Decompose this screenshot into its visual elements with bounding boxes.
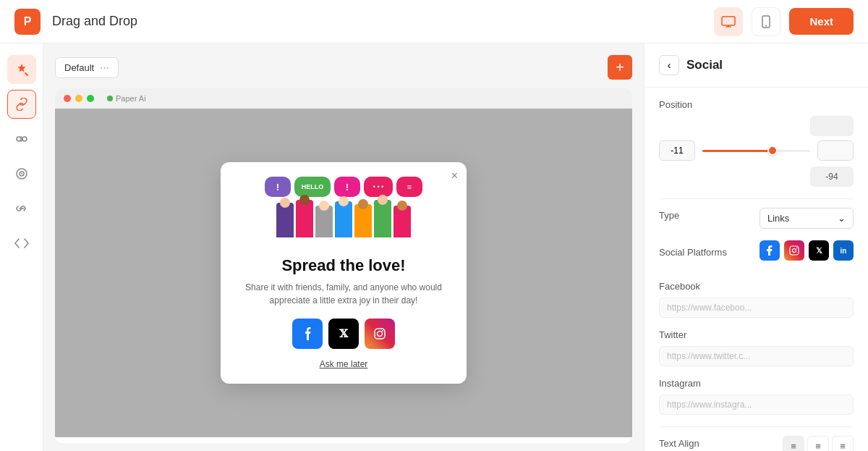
svg-point-13 — [793, 249, 796, 253]
x-slider-row: -11 — [659, 140, 854, 161]
type-row: Type Links ⌄ — [659, 208, 854, 229]
ig-plat-icon — [789, 245, 799, 256]
link-icon — [15, 98, 28, 111]
twitter-label: Twitter — [659, 329, 854, 340]
position-section: Position -11 -94 — [659, 99, 854, 187]
browser-dot-green — [87, 95, 94, 102]
type-value: Links — [767, 213, 789, 224]
modal-subtitle: Share it with friends, family, and anyon… — [238, 281, 449, 307]
svg-point-11 — [382, 330, 383, 332]
facebook-share-btn[interactable] — [292, 319, 323, 349]
canvas-toolbar: Default ⋯ + — [55, 55, 632, 80]
browser-mockup: Paper Ai × ! HELLO ! — [55, 88, 632, 443]
browser-dot-yellow — [75, 95, 82, 102]
panel-header: ‹ Social — [644, 43, 868, 88]
type-chevron-icon: ⌄ — [838, 213, 846, 224]
facebook-label: Facebook — [659, 281, 854, 292]
facebook-url-section: Facebook https://www.faceboo... — [659, 281, 854, 318]
monitor-icon — [721, 16, 736, 28]
instagram-url-input[interactable]: https://www.instagra... — [659, 395, 854, 415]
svg-line-3 — [25, 73, 27, 75]
align-left-btn[interactable]: ≡ — [783, 436, 804, 451]
svg-rect-9 — [375, 329, 385, 339]
sidebar-item-link[interactable] — [7, 90, 36, 119]
chain-icon — [15, 202, 28, 215]
position-top-box — [810, 116, 854, 136]
browser-dot-red — [64, 95, 71, 102]
svg-point-2 — [765, 25, 767, 26]
add-button[interactable]: + — [608, 55, 632, 80]
svg-rect-12 — [790, 246, 799, 255]
svg-point-10 — [378, 332, 383, 337]
bubble-5: ≡ — [396, 177, 422, 197]
ask-later-link[interactable]: Ask me later — [238, 359, 449, 369]
left-sidebar — [0, 43, 43, 451]
panel-title: Social — [686, 58, 723, 72]
type-select[interactable]: Links ⌄ — [760, 208, 854, 229]
people-illustration — [276, 200, 411, 237]
facebook-url-input[interactable]: https://www.faceboo... — [659, 298, 854, 318]
desktop-device-btn[interactable] — [714, 7, 743, 36]
default-label: Default — [64, 62, 94, 73]
svg-point-8 — [21, 173, 22, 174]
header: P Drag and Drop Next — [0, 0, 868, 43]
platform-linkedin[interactable]: in — [833, 240, 854, 261]
bubble-1: ! — [265, 177, 291, 197]
sidebar-item-code[interactable] — [7, 229, 36, 258]
default-badge[interactable]: Default ⋯ — [55, 57, 119, 78]
sidebar-item-effects[interactable] — [7, 125, 36, 153]
align-buttons: ≡ ≡ ≡ — [783, 436, 854, 451]
platform-instagram[interactable] — [784, 240, 804, 261]
ellipsis-icon[interactable]: ⋯ — [100, 62, 109, 73]
sidebar-item-chain[interactable] — [7, 194, 36, 223]
x-slider-fill — [702, 150, 773, 152]
twitter-share-btn[interactable]: 𝕏 — [328, 319, 359, 349]
header-right: Next — [714, 7, 854, 36]
fb-plat-icon — [767, 245, 773, 256]
modal-illustration: ! HELLO ! • • • ≡ — [221, 162, 467, 245]
x-value-input[interactable]: -11 — [659, 140, 695, 161]
mobile-device-btn[interactable] — [752, 7, 780, 36]
magic-icon — [14, 62, 29, 77]
instagram-label: Instagram — [659, 378, 854, 389]
platform-twitter[interactable]: 𝕏 — [809, 240, 829, 261]
next-button[interactable]: Next — [789, 8, 854, 35]
browser-url: Paper Ai — [107, 94, 146, 103]
code-icon — [14, 238, 29, 248]
sidebar-item-media[interactable] — [7, 159, 36, 188]
platforms-row: Social Platforms — [659, 240, 854, 269]
logo: P — [14, 9, 41, 35]
position-label: Position — [659, 99, 854, 110]
panel-back-button[interactable]: ‹ — [659, 55, 679, 75]
svg-point-14 — [796, 248, 798, 249]
align-center-btn[interactable]: ≡ — [807, 436, 829, 451]
bubble-4: • • • — [364, 177, 393, 197]
x-label: 𝕏 — [339, 327, 348, 340]
modal-close-button[interactable]: × — [451, 169, 458, 182]
type-label: Type — [659, 210, 679, 221]
x-right-input[interactable] — [817, 140, 854, 161]
platform-facebook[interactable] — [760, 240, 780, 261]
sidebar-item-magic[interactable] — [7, 55, 36, 84]
x-slider-thumb[interactable] — [767, 146, 778, 156]
x-slider-track[interactable] — [702, 150, 810, 152]
divider-2 — [659, 426, 854, 427]
twitter-url-input[interactable]: https://www.twitter.c... — [659, 346, 854, 366]
text-align-row: Text Align ≡ ≡ ≡ — [659, 436, 854, 451]
align-right-btn[interactable]: ≡ — [832, 436, 854, 451]
svg-point-5 — [22, 137, 27, 141]
mobile-icon — [762, 15, 770, 28]
instagram-share-btn[interactable] — [365, 319, 395, 349]
modal-popup: × ! HELLO ! • • • ≡ — [221, 162, 467, 384]
bubble-3: ! — [334, 177, 360, 197]
right-panel: ‹ Social Position -11 — [644, 43, 868, 451]
browser-content: × ! HELLO ! • • • ≡ — [55, 109, 632, 437]
browser-chrome: Paper Ai — [55, 88, 632, 109]
twitter-url-section: Twitter https://www.twitter.c... — [659, 329, 854, 366]
header-left: P Drag and Drop — [14, 9, 137, 35]
bubble-2: HELLO — [294, 177, 331, 197]
svg-point-4 — [17, 137, 21, 141]
svg-rect-0 — [722, 17, 735, 25]
type-section: Type Links ⌄ — [659, 208, 854, 229]
canvas-area: Default ⋯ + Paper Ai × — [43, 43, 644, 451]
